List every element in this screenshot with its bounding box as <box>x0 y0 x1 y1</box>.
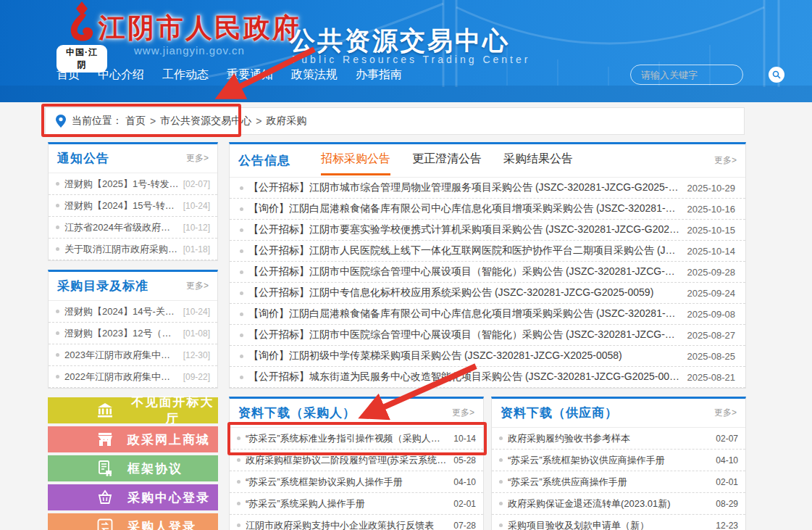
download-supplier-more-link[interactable]: 更多> <box>714 407 737 419</box>
quick-button-label: 框架协议 <box>127 460 183 477</box>
buyer-login-button[interactable]: 采购人登录 <box>48 513 218 530</box>
announcement-date: 2025-10-14 <box>687 246 736 257</box>
table-row[interactable]: 【公开招标】江阴市要塞实验学校便携式计算机采购项目采购公告 (JSZC-3202… <box>230 220 745 241</box>
table-row[interactable]: 【询价】江阴白屈港粮食储备库有限公司中心库信息化项目增项采购采购公告 (JSZC… <box>230 304 745 325</box>
list-item[interactable]: 澄财购【2024】14号-关于转...[10-24] <box>49 301 217 323</box>
procurement-center-login-button[interactable]: 采购中心登录 <box>48 484 218 510</box>
breadcrumb-trading-center[interactable]: 市公共资源交易中心 <box>160 115 251 128</box>
download-title[interactable]: 采购项目验收及划款申请单（新） <box>508 519 710 530</box>
table-row[interactable]: 【公开招标】江阴市中医院综合管理中心展设项目（智能化）采购公告 (JSZC-32… <box>230 325 745 346</box>
announcement-more-link[interactable]: 更多> <box>714 154 737 167</box>
bullet-icon <box>56 331 59 335</box>
download-title[interactable]: “苏采云”系统框架协议供应商操作手册 <box>508 454 710 467</box>
announcement-title[interactable]: 【公开招标】城东街道为民服务中心改造智能化项目采购公告 (JSZC-320281… <box>248 370 680 384</box>
nav-item-important-notice[interactable]: 重要通知 <box>227 67 273 83</box>
bullet-icon <box>56 225 59 229</box>
list-item[interactable]: 2023年江阴市政府集中采购目...[12-30] <box>49 344 217 366</box>
list-item[interactable]: “苏采云”系统采购人操作手册02-01 <box>230 493 483 515</box>
catalog-more-link[interactable]: 更多> <box>186 280 209 292</box>
list-item[interactable]: 采购项目验收及划款申请单（新）12-23 <box>492 515 745 530</box>
download-buyer-more-link[interactable]: 更多> <box>452 407 474 419</box>
bullet-icon <box>240 228 243 232</box>
catalog-title[interactable]: 2023年江阴市政府集中采购目... <box>64 349 179 362</box>
list-item[interactable]: 政府采购履约验收书参考样本02-07 <box>492 428 745 450</box>
quick-button-label: 采购中心登录 <box>127 489 210 506</box>
download-title[interactable]: 江阴市政府采购支持中小企业政策执行反馈表 <box>246 519 448 530</box>
tab-bid-procurement-announcements[interactable]: 招标采购公告 <box>321 144 390 175</box>
bank-icon <box>97 402 113 418</box>
table-row[interactable]: 【询价】江阴白屈港粮食储备库有限公司中心库信息化项目增项采购采购公告 (JSZC… <box>230 199 745 220</box>
tab-correction-clarification[interactable]: 更正澄清公告 <box>412 144 482 175</box>
table-row[interactable]: 【公开招标】城东街道为民服务中心改造智能化项目采购公告 (JSZC-320281… <box>230 367 745 388</box>
download-title[interactable]: 政府采购保证金退还流转单(2023.01新) <box>508 497 710 510</box>
nav-item-policies[interactable]: 政策法规 <box>291 67 338 83</box>
main-nav: 首页 中心介绍 工作动态 重要通知 政策法规 办事指南 <box>56 67 402 83</box>
catalog-title[interactable]: 澄财购【2024】14号-关于转... <box>64 305 179 318</box>
download-date: 02-01 <box>453 499 476 509</box>
nav-item-work-news[interactable]: 工作动态 <box>162 67 209 83</box>
announcement-title[interactable]: 【询价】江阴白屈港粮食储备库有限公司中心库信息化项目增项采购采购公告 (JSZC… <box>248 307 680 320</box>
breadcrumb-gov-procurement[interactable]: 政府采购 <box>266 115 306 128</box>
list-item[interactable]: 江苏省2024年省级政府购买服...[10-12] <box>49 217 217 239</box>
announcement-date: 2025-10-29 <box>687 183 736 194</box>
catalog-title[interactable]: 2022年江阴市政府集中采购目... <box>64 370 179 384</box>
breadcrumb-home[interactable]: 首页 <box>125 115 146 128</box>
bullet-icon <box>56 247 59 251</box>
table-row[interactable]: 【询价】江阴初级中学传菜梯采购项目采购公告 (JSZC-320281-JZCG-… <box>230 346 745 367</box>
download-title[interactable]: “苏采云”系统采购人操作手册 <box>246 497 448 510</box>
announcement-title[interactable]: 【公开招标】江阴市城市综合管理局物业管理服务项目采购公告 (JSZC-32028… <box>248 181 680 194</box>
download-title[interactable]: 政府采购履约验收书参考样本 <box>508 432 710 445</box>
list-item[interactable]: “苏采云”系统供应商操作手册02-01 <box>492 471 745 493</box>
list-item[interactable]: 澄财购【2024】15号-转发《...[10-24] <box>49 195 217 217</box>
notice-more-link[interactable]: 更多> <box>186 152 209 165</box>
download-title[interactable]: 政府采购框架协议二阶段履约管理(苏采云系统操... <box>246 454 448 467</box>
list-item[interactable]: 政府采购框架协议二阶段履约管理(苏采云系统操...05-28 <box>230 450 483 471</box>
search-button[interactable] <box>769 67 784 83</box>
search-input[interactable] <box>641 70 769 80</box>
online-mall-button[interactable]: 政采网上商城 <box>48 426 218 452</box>
bullet-icon <box>56 353 59 357</box>
list-item[interactable]: 澄财购【2025】1号-转发江苏...[02-07] <box>49 173 217 195</box>
table-row[interactable]: 【公开招标】江阴市中医院综合管理中心展设项目（智能化）采购公告 (JSZC-32… <box>230 262 745 283</box>
list-item[interactable]: 关于取消江阴市政府采购中心...[01-18] <box>49 239 217 260</box>
list-item[interactable]: 2022年江阴市政府集中采购目...[09-22] <box>49 366 217 388</box>
nav-item-service-guide[interactable]: 办事指南 <box>356 67 402 83</box>
list-item[interactable]: “苏采云”系统标准业务指引操作视频（采购人版...10-14 <box>230 428 483 450</box>
bullet-icon <box>237 436 240 440</box>
bullet-icon <box>240 291 243 295</box>
nav-item-center-intro[interactable]: 中心介绍 <box>98 67 144 83</box>
table-row[interactable]: 【公开招标】江阴中专信息化标杆校应用系统采购公告 (JSZC-320281-JZ… <box>230 283 745 304</box>
list-item[interactable]: “苏采云”系统框架协议供应商操作手册04-10 <box>492 450 745 471</box>
tab-procurement-results[interactable]: 采购结果公告 <box>503 144 573 175</box>
bullet-icon <box>56 375 59 378</box>
announcement-title[interactable]: 【询价】江阴白屈港粮食储备库有限公司中心库信息化项目增项采购采购公告 (JSZC… <box>248 202 680 215</box>
announcement-date: 2025-09-28 <box>687 267 736 278</box>
jiangyin-logo-icon <box>63 1 101 44</box>
download-title[interactable]: “苏采云”系统标准业务指引操作视频（采购人版... <box>246 432 448 445</box>
announcement-title[interactable]: 【公开招标】江阴市中医院综合管理中心展设项目（智能化）采购公告 (JSZC-32… <box>248 328 680 341</box>
download-title[interactable]: “苏采云”系统框架协议采购人操作手册 <box>246 476 448 489</box>
list-item[interactable]: 澄财购【2023】12号（关于转...[01-08] <box>49 323 217 344</box>
table-row[interactable]: 【公开招标】江阴市人民医院线上线下一体化互联网医院和医护协作平台二期项目采购公告… <box>230 241 745 262</box>
announcement-title[interactable]: 【公开招标】江阴中专信息化标杆校应用系统采购公告 (JSZC-320281-JZ… <box>248 286 680 299</box>
notice-title[interactable]: 关于取消江阴市政府采购中心... <box>64 243 179 256</box>
announcement-tabs: 招标采购公告 更正澄清公告 采购结果公告 <box>321 144 573 177</box>
announcement-title[interactable]: 【公开招标】江阴市中医院综合管理中心展设项目（智能化）采购公告 (JSZC-32… <box>248 265 680 278</box>
remote-bid-hall-button[interactable]: 不见面开标大厅 <box>48 397 218 423</box>
catalog-title[interactable]: 澄财购【2023】12号（关于转... <box>64 327 179 340</box>
notice-title[interactable]: 江苏省2024年省级政府购买服... <box>64 221 179 234</box>
catalog-date: [09-22] <box>183 372 210 382</box>
announcement-title[interactable]: 【公开招标】江阴市要塞实验学校便携式计算机采购项目采购公告 (JSZC-3202… <box>248 223 680 236</box>
list-item[interactable]: 政府采购保证金退还流转单(2023.01新)08-29 <box>492 493 745 515</box>
notice-title[interactable]: 澄财购【2025】1号-转发江苏... <box>64 178 179 191</box>
list-item[interactable]: “苏采云”系统框架协议采购人操作手册04-10 <box>230 471 483 493</box>
breadcrumb-separator: > <box>150 115 156 127</box>
download-title[interactable]: “苏采云”系统供应商操作手册 <box>508 476 710 489</box>
table-row[interactable]: 【公开招标】江阴市城市综合管理局物业管理服务项目采购公告 (JSZC-32028… <box>230 178 745 199</box>
nav-item-home[interactable]: 首页 <box>56 67 80 83</box>
notice-title[interactable]: 澄财购【2024】15号-转发《... <box>64 199 179 212</box>
announcement-title[interactable]: 【公开招标】江阴市人民医院线上线下一体化互联网医院和医护协作平台二期项目采购公告… <box>248 244 680 257</box>
framework-agreement-button[interactable]: 框架协议 <box>48 455 218 481</box>
announcement-title[interactable]: 【询价】江阴初级中学传菜梯采购项目采购公告 (JSZC-320281-JZCG-… <box>248 349 680 363</box>
list-item[interactable]: 江阴市政府采购支持中小企业政策执行反馈表07-28 <box>230 515 483 530</box>
